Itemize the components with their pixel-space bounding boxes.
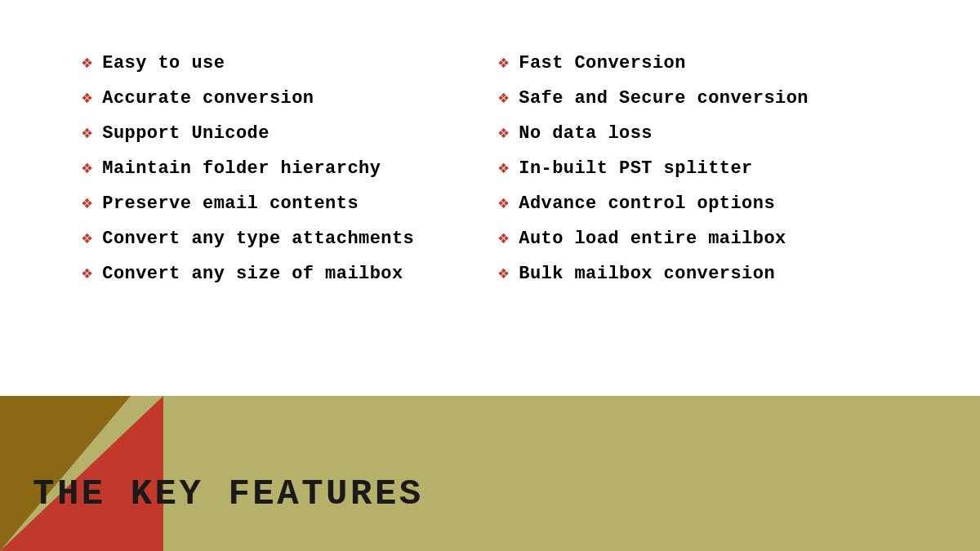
feature-item: ❖Accurate conversion [82, 80, 498, 115]
feature-label: Bulk mailbox conversion [519, 264, 775, 284]
feature-label: Accurate conversion [102, 88, 314, 109]
diamond-icon: ❖ [498, 262, 509, 284]
diamond-icon: ❖ [498, 157, 509, 179]
diamond-icon: ❖ [498, 192, 509, 214]
diamond-icon: ❖ [498, 51, 509, 73]
feature-label: Safe and Secure conversion [519, 88, 808, 109]
feature-label: Fast Conversion [519, 53, 686, 73]
diamond-icon: ❖ [498, 227, 509, 249]
features-grid: ❖Easy to use❖Accurate conversion❖Support… [82, 45, 915, 291]
feature-item: ❖Maintain folder hierarchy [82, 150, 498, 185]
feature-item: ❖Convert any type attachments [82, 220, 498, 256]
diamond-icon: ❖ [498, 122, 509, 144]
diamond-icon: ❖ [82, 157, 92, 179]
feature-item: ❖Preserve email contents [82, 185, 498, 220]
feature-item: ❖Auto load entire mailbox [498, 220, 915, 256]
feature-label: In-built PST splitter [519, 158, 753, 179]
left-feature-column: ❖Easy to use❖Accurate conversion❖Support… [82, 45, 498, 291]
feature-item: ❖Bulk mailbox conversion [498, 256, 915, 291]
feature-item: ❖No data loss [498, 115, 915, 150]
diamond-icon: ❖ [82, 51, 92, 73]
feature-label: Maintain folder hierarchy [102, 158, 381, 179]
right-feature-column: ❖Fast Conversion❖Safe and Secure convers… [498, 45, 915, 291]
feature-label: Advance control options [519, 193, 775, 214]
feature-item: ❖Safe and Secure conversion [498, 80, 915, 115]
main-content: ❖Easy to use❖Accurate conversion❖Support… [0, 0, 980, 396]
feature-item: ❖Easy to use [82, 45, 498, 80]
diamond-icon: ❖ [82, 122, 92, 144]
bottom-title: THE KEY FEATURES [33, 473, 424, 514]
diamond-icon: ❖ [82, 87, 92, 109]
feature-label: No data loss [519, 123, 653, 144]
diamond-icon: ❖ [82, 262, 92, 284]
bottom-section: THE KEY FEATURES [0, 396, 980, 551]
feature-label: Support Unicode [102, 123, 270, 144]
feature-label: Preserve email contents [102, 193, 359, 214]
feature-label: Convert any type attachments [102, 229, 414, 249]
diamond-icon: ❖ [498, 87, 509, 109]
diamond-icon: ❖ [82, 192, 92, 214]
feature-label: Convert any size of mailbox [102, 264, 403, 284]
feature-item: ❖Convert any size of mailbox [82, 256, 498, 291]
diamond-icon: ❖ [82, 227, 92, 249]
feature-item: ❖Advance control options [498, 185, 915, 220]
feature-label: Easy to use [102, 53, 225, 73]
feature-item: ❖In-built PST splitter [498, 150, 915, 185]
feature-item: ❖Fast Conversion [498, 45, 915, 80]
feature-item: ❖Support Unicode [82, 115, 498, 150]
feature-label: Auto load entire mailbox [519, 229, 786, 249]
